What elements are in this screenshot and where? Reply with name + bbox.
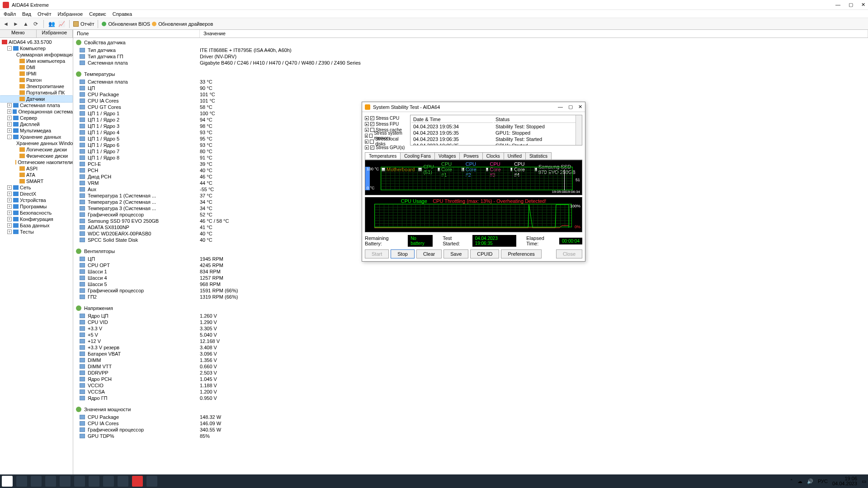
task-search[interactable] (16, 476, 27, 487)
sensor-row[interactable]: CPU OPT4245 RPM (73, 262, 868, 268)
sensor-row[interactable]: Ядро ЦП1.260 V (73, 313, 868, 319)
sensor-row[interactable]: Системная плата33 °C (73, 79, 868, 85)
tree-item[interactable]: -Хранение данных (0, 134, 73, 140)
tree-item[interactable]: Портативный ПК (0, 89, 73, 96)
sensor-row[interactable]: VCCIO1.188 V (73, 382, 868, 389)
tree-item[interactable]: Оптические накопители (0, 159, 73, 165)
task-app-3[interactable] (60, 476, 71, 487)
task-app-1[interactable] (31, 476, 42, 487)
refresh-button[interactable]: ⟳ (32, 20, 40, 28)
tree-item[interactable]: +Сеть (0, 184, 73, 191)
tree-item[interactable]: IPMI (0, 70, 73, 77)
sensor-row[interactable]: +3.3 V3.305 V (73, 325, 868, 332)
driver-update-button[interactable]: Обновления драйверов (152, 21, 213, 27)
sensor-row[interactable]: Шасси 41257 RPM (73, 275, 868, 281)
sensor-row[interactable]: DDRVPP2.503 V (73, 370, 868, 376)
sensor-row[interactable]: CPU VID1.290 V (73, 319, 868, 325)
sensor-row[interactable]: +5 V5.040 V (73, 332, 868, 338)
forward-button[interactable]: ► (12, 20, 20, 28)
menu-item[interactable]: Файл (4, 11, 16, 17)
sensor-row[interactable]: DIMM1.356 V (73, 357, 868, 363)
tree-item[interactable]: Логические диски (0, 146, 73, 153)
menu-item[interactable]: Справка (113, 11, 132, 17)
close-button[interactable]: ✕ (861, 2, 865, 8)
preferences-button[interactable]: Preferences (501, 249, 541, 258)
stress-checkbox[interactable]: ▸✓Stress FPU (365, 121, 407, 127)
start-button-win[interactable] (2, 476, 13, 487)
graph-tab[interactable]: Unified (504, 152, 526, 160)
task-app-6[interactable] (103, 476, 114, 487)
back-button[interactable]: ◄ (2, 20, 10, 28)
clear-button[interactable]: Clear (416, 249, 442, 258)
stress-checkbox[interactable]: ▸✓Stress CPU (365, 115, 407, 121)
cpuid-button[interactable]: CPUID (470, 249, 499, 258)
maximize-button[interactable]: ▢ (849, 2, 853, 8)
tree-item[interactable]: Датчики (0, 96, 73, 102)
graph-tab[interactable]: Temperatures (365, 152, 401, 160)
tree-item[interactable]: SMART (0, 178, 73, 184)
sensor-row[interactable]: Батарея VBAT3.096 V (73, 351, 868, 357)
tree-item[interactable]: Разгон (0, 77, 73, 83)
users-icon[interactable]: 👥 (47, 20, 56, 28)
task-app-2[interactable] (45, 476, 56, 487)
sensor-row[interactable]: CPU IA Cores146.09 W (73, 420, 868, 427)
sensor-row[interactable]: Системная платаGigabyte B460 / C246 / H4… (73, 60, 868, 66)
stability-minimize[interactable]: — (558, 104, 563, 110)
sensor-row[interactable]: Шасси 1834 RPM (73, 268, 868, 275)
tree-item[interactable]: +Мультимедиа (0, 127, 73, 134)
sensor-row[interactable]: Тип датчика ГПDriver (NV-DRV) (73, 53, 868, 60)
tree-item[interactable]: +DirectX (0, 191, 73, 197)
tree-item[interactable]: DMI (0, 64, 73, 70)
tree-item[interactable]: +Безопасность (0, 210, 73, 216)
task-app-5[interactable] (89, 476, 99, 487)
up-button[interactable]: ▲ (22, 20, 30, 28)
report-button[interactable]: Отчёт (73, 21, 94, 27)
minimize-button[interactable]: — (835, 2, 840, 8)
sensor-row[interactable]: CPU Package148.32 W (73, 414, 868, 420)
tree-item[interactable]: Суммарная информация (0, 52, 73, 58)
stress-checkbox[interactable]: ▸✓Stress GPU(s) (365, 145, 407, 150)
task-app-4[interactable] (74, 476, 85, 487)
tree-root[interactable]: AIDA64 v6.33.5700 (0, 39, 73, 45)
sensor-row[interactable]: Графический процессор340.55 W (73, 427, 868, 433)
stress-checkbox[interactable]: ▸Stress local disks (365, 139, 407, 144)
tree-item[interactable]: -Компьютер (0, 45, 73, 52)
graph-tab[interactable]: Powers (459, 152, 482, 160)
tree-item[interactable]: +Системная плата (0, 102, 73, 108)
sensor-row[interactable]: CPU Package101 °C (73, 91, 868, 98)
log-col-date[interactable]: Date & Time (411, 116, 493, 123)
tray-cloud-icon[interactable]: ☁ (797, 479, 802, 484)
column-field[interactable]: Поле (73, 30, 200, 38)
tray-lang[interactable]: РУС (818, 479, 828, 484)
column-value[interactable]: Значение (200, 30, 868, 38)
tree-item[interactable]: +Устройства (0, 197, 73, 203)
graph-tab[interactable]: Statistics (525, 152, 552, 160)
sensor-row[interactable]: DIMM VTT0.660 V (73, 363, 868, 370)
tree-item[interactable]: Электропитание (0, 83, 73, 89)
save-button[interactable]: Save (443, 249, 468, 258)
chart-icon[interactable]: 📈 (57, 20, 66, 28)
tree-item[interactable]: ASPI (0, 165, 73, 172)
tree-item[interactable]: +Программы (0, 203, 73, 210)
sensor-row[interactable]: Ядро ГП0.950 V (73, 395, 868, 401)
graph-tab[interactable]: Clocks (482, 152, 504, 160)
stability-close[interactable]: ✕ (578, 104, 582, 110)
tab-favorites[interactable]: Избранное (37, 30, 73, 38)
sensor-row[interactable]: +3.3 V резерв3.408 V (73, 344, 868, 351)
log-scrollbar[interactable] (576, 115, 582, 145)
stability-titlebar[interactable]: System Stability Test - AIDA64 — ▢ ✕ (362, 102, 585, 112)
tree-item[interactable]: +Тесты (0, 229, 73, 235)
menu-item[interactable]: Отчёт (38, 11, 51, 17)
tray-chevron-icon[interactable]: ˄ (790, 479, 793, 484)
tree-item[interactable]: Хранение данных Windows (0, 140, 73, 146)
start-button[interactable]: Start (365, 249, 389, 258)
tray-notification-icon[interactable]: ▭ (862, 479, 866, 484)
sensor-row[interactable]: Шасси 5968 RPM (73, 281, 868, 287)
tree-item[interactable]: +Сервер (0, 115, 73, 121)
task-aida64[interactable] (132, 476, 143, 487)
graph-tab[interactable]: Cooling Fans (400, 152, 435, 160)
sensor-row[interactable]: Ядро PCH1.045 V (73, 376, 868, 382)
menu-item[interactable]: Вид (22, 11, 31, 17)
bios-update-button[interactable]: Обновления BIOS (102, 21, 150, 27)
tree-item[interactable]: +Операционная система (0, 108, 73, 115)
